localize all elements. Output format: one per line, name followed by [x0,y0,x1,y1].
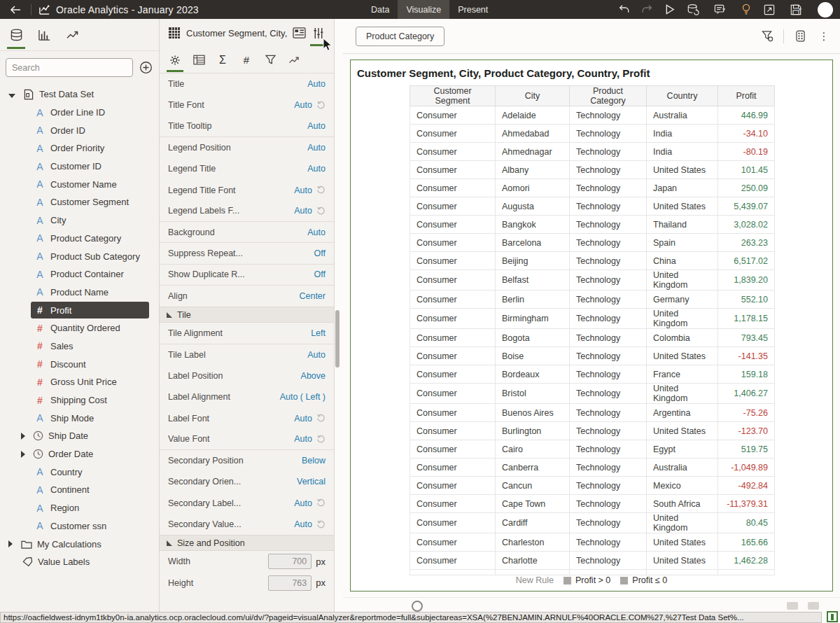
insights-lightbulb-button[interactable] [737,0,755,19]
reset-icon[interactable] [316,186,326,195]
data-cell[interactable]: Technology [570,552,647,570]
profit-cell[interactable]: 1,178.15 [718,309,775,329]
data-cell[interactable]: United States [647,347,718,365]
data-cell[interactable]: Consumer [410,495,496,513]
data-cell[interactable]: Egypt [647,440,718,458]
undo-button[interactable] [615,0,633,19]
data-cell[interactable]: Technology [570,106,647,125]
property-value[interactable]: Auto [307,121,326,131]
redo-button[interactable] [638,0,656,19]
tree-item-region[interactable]: ARegion [0,499,159,517]
data-cell[interactable]: Technology [570,216,647,234]
property-value[interactable]: Auto [307,143,326,153]
reset-icon[interactable] [316,498,326,507]
data-cell[interactable]: Consumer [410,179,496,197]
data-cell[interactable]: United States [647,422,718,440]
data-cell[interactable]: Ahmednagar [496,143,570,161]
tree-item-ship-mode[interactable]: AShip Mode [0,409,159,427]
status-corner-icon[interactable] [827,611,838,622]
column-header-product-category[interactable]: Product Category [570,86,647,106]
refresh-data-button[interactable] [684,0,702,19]
data-cell[interactable]: Japan [647,179,718,197]
tree-item-ship-date[interactable]: Ship Date [0,427,159,445]
column-header-customer-segment[interactable]: Customer Segment [410,86,496,106]
tree-item-order-id[interactable]: AOrder ID [0,121,159,139]
data-cell[interactable]: Birmingham [496,309,570,329]
profit-cell[interactable]: 519.75 [718,440,775,458]
tab-present[interactable]: Present [449,0,496,19]
column-header-profit[interactable]: Profit [718,86,775,106]
tab-filters[interactable] [262,48,279,72]
profit-cell[interactable]: -34.10 [718,125,775,143]
data-cell[interactable]: United Kingdom [647,270,718,290]
data-cell[interactable]: Consumer [410,384,496,404]
tree-item-discount[interactable]: #Discount [0,355,159,373]
data-cell[interactable]: Consumer [410,309,496,329]
property-input[interactable] [268,554,312,569]
property-value[interactable]: Above [301,371,326,381]
back-button[interactable] [0,0,31,19]
search-input[interactable] [6,58,133,77]
data-cell[interactable]: Consumer [410,365,496,384]
data-cell[interactable]: Augusta [496,197,570,216]
data-cell[interactable]: India [647,125,718,143]
property-value[interactable]: Auto [307,227,326,237]
property-value[interactable]: Auto [307,79,326,89]
data-cell[interactable]: Thailand [647,216,718,234]
add-dataset-button[interactable] [139,61,153,75]
data-cell[interactable]: United States [647,197,718,216]
profit-cell[interactable]: 3,028.02 [718,216,775,234]
data-cell[interactable]: Canberra [496,458,570,477]
data-cell[interactable]: Spain [647,234,718,252]
tree-item-customer-segment[interactable]: ACustomer Segment [0,193,159,211]
profit-cell[interactable]: 80.45 [718,513,775,533]
viz-selector-title[interactable]: Customer Segment, City, ... [186,28,289,38]
data-cell[interactable]: Consumer [410,216,496,234]
profit-cell[interactable]: 1,462.28 [718,552,775,570]
canvas-settings-button[interactable] [792,29,808,44]
data-cell[interactable]: Consumer [410,440,496,458]
reset-icon[interactable] [316,435,326,444]
profit-cell[interactable]: 159.18 [718,365,775,384]
data-cell[interactable]: Consumer [410,161,496,179]
data-cell[interactable]: Albany [496,161,570,179]
data-cell[interactable]: Consumer [410,422,496,440]
data-cell[interactable]: Consumer [410,329,496,347]
data-cell[interactable]: Bordeaux [496,365,570,384]
data-cell[interactable]: Consumer [410,513,496,533]
data-cell[interactable]: Argentina [647,404,718,422]
tree-item-shipping-cost[interactable]: #Shipping Cost [0,391,159,410]
data-cell[interactable]: Consumer [410,290,496,309]
expand-caret-icon[interactable] [8,540,13,547]
data-cell[interactable]: Consumer [410,252,496,270]
data-cell[interactable]: Cardiff [496,513,570,533]
tree-item-product-name[interactable]: AProduct Name [0,284,159,302]
tab-data[interactable]: Data [363,0,398,19]
tree-item-city[interactable]: ACity [0,211,159,230]
data-cell[interactable]: United States [647,161,718,179]
property-value[interactable]: Vertical [297,477,326,486]
tab-visualizations[interactable] [35,21,53,49]
tree-item-order-priority[interactable]: AOrder Priority [0,139,159,158]
data-cell[interactable]: Technology [570,270,647,290]
profit-cell[interactable]: 101.45 [718,161,775,179]
expand-caret-icon[interactable] [21,451,25,458]
data-cell[interactable]: India [647,143,718,161]
data-cell[interactable]: Technology [570,143,647,161]
tab-analytics-props[interactable] [286,48,302,72]
tree-item-customer-ssn[interactable]: ACustomer ssn [0,517,159,536]
data-cell[interactable]: Consumer [410,234,496,252]
profit-cell[interactable]: 6,517.02 [718,252,775,270]
profit-cell[interactable]: 552.10 [718,290,775,309]
tab-values[interactable]: Σ [214,48,231,72]
tab-general[interactable] [167,48,183,72]
property-value[interactable]: Auto ( Left ) [280,392,326,402]
profit-cell[interactable]: -141.35 [718,347,775,365]
export-button[interactable] [760,0,778,19]
tree-item-order-date[interactable]: Order Date [0,445,159,463]
reset-icon[interactable] [316,414,326,423]
data-cell[interactable]: China [647,252,718,270]
property-value[interactable]: Auto [294,434,312,444]
property-value[interactable]: Auto [294,100,312,110]
data-cell[interactable]: Ahmedabad [496,125,570,143]
